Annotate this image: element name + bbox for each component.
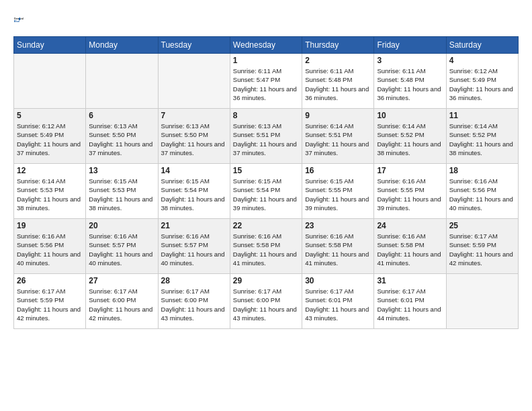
- calendar-cell: 14Sunrise: 6:15 AMSunset: 5:54 PMDayligh…: [158, 164, 230, 219]
- day-number: 31: [377, 276, 443, 285]
- calendar-cell: 11Sunrise: 6:14 AMSunset: 5:52 PMDayligh…: [446, 109, 518, 164]
- day-info: Sunrise: 6:17 AMSunset: 6:01 PMDaylight:…: [377, 287, 443, 322]
- day-number: 24: [377, 221, 443, 230]
- day-number: 21: [161, 221, 227, 230]
- day-number: 8: [233, 111, 299, 120]
- calendar-cell: 30Sunrise: 6:17 AMSunset: 6:01 PMDayligh…: [302, 274, 374, 329]
- svg-text:General: General: [14, 17, 24, 20]
- calendar-cell: 21Sunrise: 6:16 AMSunset: 5:57 PMDayligh…: [158, 219, 230, 274]
- day-info: Sunrise: 6:14 AMSunset: 5:53 PMDaylight:…: [17, 177, 83, 212]
- calendar-cell: [86, 54, 158, 109]
- calendar-cell: 15Sunrise: 6:15 AMSunset: 5:54 PMDayligh…: [230, 164, 302, 219]
- day-info: Sunrise: 6:11 AMSunset: 5:48 PMDaylight:…: [305, 66, 371, 102]
- day-info: Sunrise: 6:15 AMSunset: 5:55 PMDaylight:…: [305, 177, 371, 212]
- calendar-cell: 29Sunrise: 6:17 AMSunset: 6:00 PMDayligh…: [230, 274, 302, 329]
- calendar-cell: 10Sunrise: 6:14 AMSunset: 5:52 PMDayligh…: [374, 109, 446, 164]
- day-header-saturday: Saturday: [446, 37, 518, 54]
- calendar-cell: 3Sunrise: 6:11 AMSunset: 5:48 PMDaylight…: [374, 54, 446, 109]
- calendar-cell: 24Sunrise: 6:16 AMSunset: 5:58 PMDayligh…: [374, 219, 446, 274]
- day-info: Sunrise: 6:12 AMSunset: 5:49 PMDaylight:…: [449, 66, 515, 102]
- day-number: 26: [17, 276, 83, 285]
- day-number: 22: [233, 221, 299, 230]
- calendar-cell: 27Sunrise: 6:17 AMSunset: 6:00 PMDayligh…: [86, 274, 158, 329]
- day-info: Sunrise: 6:13 AMSunset: 5:50 PMDaylight:…: [89, 122, 154, 157]
- day-number: 6: [89, 111, 154, 120]
- day-info: Sunrise: 6:11 AMSunset: 5:47 PMDaylight:…: [233, 66, 299, 102]
- calendar-cell: 16Sunrise: 6:15 AMSunset: 5:55 PMDayligh…: [302, 164, 374, 219]
- calendar-cell: 13Sunrise: 6:15 AMSunset: 5:53 PMDayligh…: [86, 164, 158, 219]
- day-number: 5: [17, 111, 83, 120]
- header: General Blue: [13, 11, 519, 30]
- calendar-cell: [158, 54, 230, 109]
- calendar-cell: 22Sunrise: 6:16 AMSunset: 5:58 PMDayligh…: [230, 219, 302, 274]
- day-info: Sunrise: 6:16 AMSunset: 5:57 PMDaylight:…: [161, 232, 227, 267]
- day-header-wednesday: Wednesday: [230, 37, 302, 54]
- calendar-cell: 2Sunrise: 6:11 AMSunset: 5:48 PMDaylight…: [302, 54, 374, 109]
- calendar-cell: 18Sunrise: 6:16 AMSunset: 5:56 PMDayligh…: [446, 164, 518, 219]
- day-info: Sunrise: 6:12 AMSunset: 5:49 PMDaylight:…: [17, 122, 83, 157]
- day-info: Sunrise: 6:16 AMSunset: 5:55 PMDaylight:…: [377, 177, 443, 212]
- day-number: 9: [305, 111, 371, 120]
- calendar-cell: 7Sunrise: 6:13 AMSunset: 5:50 PMDaylight…: [158, 109, 230, 164]
- day-info: Sunrise: 6:11 AMSunset: 5:48 PMDaylight:…: [377, 66, 443, 102]
- day-info: Sunrise: 6:16 AMSunset: 5:56 PMDaylight:…: [449, 177, 515, 212]
- day-number: 30: [305, 276, 371, 285]
- day-info: Sunrise: 6:13 AMSunset: 5:51 PMDaylight:…: [233, 122, 299, 157]
- day-header-monday: Monday: [86, 37, 158, 54]
- day-header-thursday: Thursday: [302, 37, 374, 54]
- day-info: Sunrise: 6:14 AMSunset: 5:52 PMDaylight:…: [377, 122, 443, 157]
- logo-icon: General Blue: [13, 11, 32, 30]
- day-header-sunday: Sunday: [14, 37, 86, 54]
- day-info: Sunrise: 6:16 AMSunset: 5:58 PMDaylight:…: [305, 232, 371, 267]
- day-number: 16: [305, 166, 371, 175]
- day-info: Sunrise: 6:15 AMSunset: 5:53 PMDaylight:…: [89, 177, 154, 212]
- day-number: 19: [17, 221, 83, 230]
- day-number: 10: [377, 111, 443, 120]
- calendar-cell: 31Sunrise: 6:17 AMSunset: 6:01 PMDayligh…: [374, 274, 446, 329]
- calendar-table: SundayMondayTuesdayWednesdayThursdayFrid…: [13, 36, 519, 329]
- svg-text:Blue: Blue: [14, 21, 19, 24]
- calendar-cell: 1Sunrise: 6:11 AMSunset: 5:47 PMDaylight…: [230, 54, 302, 109]
- calendar-cell: 20Sunrise: 6:16 AMSunset: 5:57 PMDayligh…: [86, 219, 158, 274]
- day-number: 12: [17, 166, 83, 175]
- calendar-week-4: 19Sunrise: 6:16 AMSunset: 5:56 PMDayligh…: [14, 219, 519, 274]
- day-info: Sunrise: 6:17 AMSunset: 5:59 PMDaylight:…: [17, 287, 83, 322]
- day-info: Sunrise: 6:13 AMSunset: 5:50 PMDaylight:…: [161, 122, 227, 157]
- day-number: 25: [449, 221, 515, 230]
- calendar-cell: 5Sunrise: 6:12 AMSunset: 5:49 PMDaylight…: [14, 109, 86, 164]
- calendar-week-3: 12Sunrise: 6:14 AMSunset: 5:53 PMDayligh…: [14, 164, 519, 219]
- calendar-cell: 17Sunrise: 6:16 AMSunset: 5:55 PMDayligh…: [374, 164, 446, 219]
- day-number: 13: [89, 166, 154, 175]
- day-number: 27: [89, 276, 154, 285]
- day-info: Sunrise: 6:17 AMSunset: 6:00 PMDaylight:…: [89, 287, 154, 322]
- day-info: Sunrise: 6:17 AMSunset: 6:00 PMDaylight:…: [233, 287, 299, 322]
- day-info: Sunrise: 6:16 AMSunset: 5:58 PMDaylight:…: [377, 232, 443, 267]
- calendar-cell: 4Sunrise: 6:12 AMSunset: 5:49 PMDaylight…: [446, 54, 518, 109]
- calendar-cell: 6Sunrise: 6:13 AMSunset: 5:50 PMDaylight…: [86, 109, 158, 164]
- logo: General Blue: [13, 11, 32, 30]
- day-info: Sunrise: 6:17 AMSunset: 6:01 PMDaylight:…: [305, 287, 371, 322]
- calendar-cell: 9Sunrise: 6:14 AMSunset: 5:51 PMDaylight…: [302, 109, 374, 164]
- day-header-friday: Friday: [374, 37, 446, 54]
- day-number: 3: [377, 56, 443, 65]
- day-number: 20: [89, 221, 154, 230]
- day-number: 23: [305, 221, 371, 230]
- day-number: 29: [233, 276, 299, 285]
- days-header-row: SundayMondayTuesdayWednesdayThursdayFrid…: [14, 37, 519, 54]
- calendar-week-2: 5Sunrise: 6:12 AMSunset: 5:49 PMDaylight…: [14, 109, 519, 164]
- day-info: Sunrise: 6:17 AMSunset: 5:59 PMDaylight:…: [449, 232, 515, 267]
- day-info: Sunrise: 6:14 AMSunset: 5:52 PMDaylight:…: [449, 122, 515, 157]
- day-number: 7: [161, 111, 227, 120]
- day-number: 17: [377, 166, 443, 175]
- page: General Blue SundayMondayTuesdayWednesda…: [0, 0, 532, 411]
- day-number: 28: [161, 276, 227, 285]
- day-info: Sunrise: 6:14 AMSunset: 5:51 PMDaylight:…: [305, 122, 371, 157]
- calendar-cell: 23Sunrise: 6:16 AMSunset: 5:58 PMDayligh…: [302, 219, 374, 274]
- calendar-cell: 19Sunrise: 6:16 AMSunset: 5:56 PMDayligh…: [14, 219, 86, 274]
- calendar-cell: [14, 54, 86, 109]
- day-info: Sunrise: 6:16 AMSunset: 5:57 PMDaylight:…: [89, 232, 154, 267]
- day-number: 11: [449, 111, 515, 120]
- calendar-cell: 8Sunrise: 6:13 AMSunset: 5:51 PMDaylight…: [230, 109, 302, 164]
- day-info: Sunrise: 6:15 AMSunset: 5:54 PMDaylight:…: [161, 177, 227, 212]
- calendar-cell: 12Sunrise: 6:14 AMSunset: 5:53 PMDayligh…: [14, 164, 86, 219]
